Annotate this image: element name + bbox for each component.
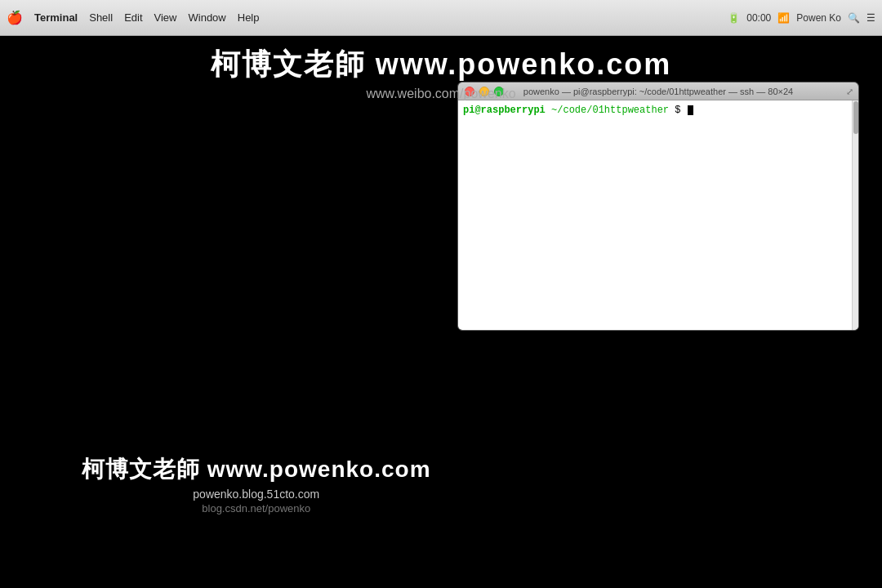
- watermark-bottom-sub2: blog.csdn.net/powenko: [82, 502, 431, 514]
- menu-shell[interactable]: Shell: [89, 11, 113, 24]
- menubar-right: 🔋 00:00 📶 Powen Ko 🔍 ☰: [728, 12, 875, 24]
- watermark-bottom-sub1: powenko.blog.51cto.com: [82, 488, 431, 501]
- watermark-bottom-main: 柯博文老師 www.powenko.com: [82, 454, 431, 485]
- prompt-path: ~/code/01httpweather: [546, 105, 669, 116]
- notification-icon[interactable]: ☰: [866, 12, 875, 24]
- watermark-top: 柯博文老師 www.powenko.com www.weibo.com/powe…: [0, 45, 882, 101]
- battery-icon: 🔋: [728, 12, 740, 24]
- wifi-icon: 📶: [777, 12, 790, 24]
- apple-menu[interactable]: 🍎: [7, 10, 23, 25]
- watermark-top-sub: www.weibo.com/powenko: [0, 87, 882, 101]
- menu-view[interactable]: View: [154, 11, 177, 24]
- watermark-top-main: 柯博文老師 www.powenko.com: [0, 45, 882, 85]
- terminal-window[interactable]: powenko — pi@raspberrypi: ~/code/01httpw…: [457, 82, 859, 331]
- prompt-dollar: $: [669, 105, 680, 116]
- clock-display: 00:00: [746, 12, 771, 24]
- scrollbar-thumb[interactable]: [853, 101, 858, 134]
- watermark-bottom: 柯博文老師 www.powenko.com powenko.blog.51cto…: [82, 454, 431, 514]
- menu-edit[interactable]: Edit: [124, 11, 142, 24]
- prompt-user: pi@raspberrypi: [463, 105, 546, 116]
- search-icon[interactable]: 🔍: [848, 12, 860, 24]
- menu-help[interactable]: Help: [238, 11, 260, 24]
- username-display: Powen Ko: [796, 12, 841, 24]
- terminal-prompt-line: pi@raspberrypi ~/code/01httpweather $: [463, 104, 853, 117]
- menu-terminal[interactable]: Terminal: [34, 11, 78, 24]
- terminal-body[interactable]: pi@raspberrypi ~/code/01httpweather $: [458, 100, 858, 330]
- menubar: 🍎 Terminal Shell Edit View Window Help 🔋…: [0, 0, 882, 36]
- menu-window[interactable]: Window: [189, 11, 226, 24]
- terminal-cursor: [688, 105, 693, 115]
- terminal-scrollbar[interactable]: [852, 100, 858, 330]
